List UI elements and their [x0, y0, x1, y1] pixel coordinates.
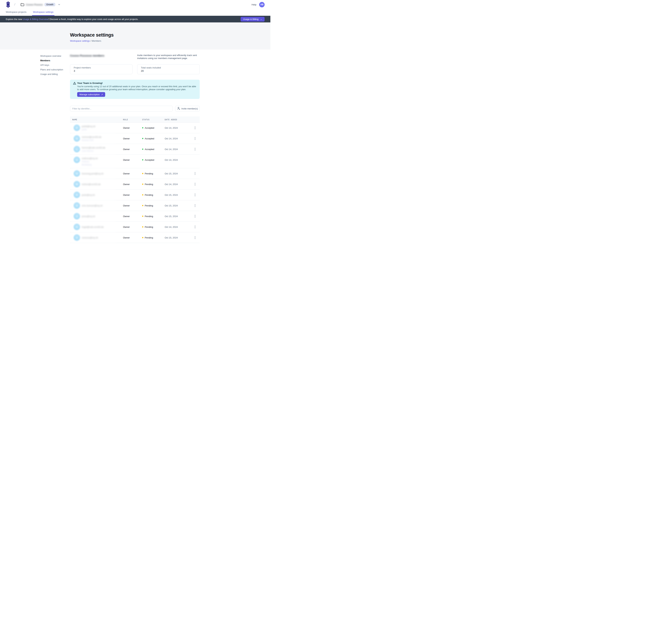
app-logo-icon[interactable] [6, 1, 10, 8]
plan-badge[interactable]: Growth [44, 3, 55, 6]
member-email: xndrxxs@xry.sh [82, 157, 98, 160]
member-avatar: N [74, 135, 80, 142]
row-menu-button[interactable] [194, 203, 196, 208]
member-email: pxxtr@xry.sh [82, 194, 95, 196]
manage-subscription-button[interactable]: Manage subscription ↗ [77, 92, 105, 97]
member-status: Pending [145, 236, 153, 239]
member-avatar: H [74, 170, 80, 177]
member-date-added: Oct 14, 2024 [165, 226, 177, 228]
row-menu-button[interactable] [194, 171, 196, 176]
help-link[interactable]: Help [251, 3, 256, 6]
usage-billing-overview-link[interactable]: Usage & Billing Overview [23, 18, 48, 21]
row-menu-button[interactable] [194, 182, 196, 187]
member-email: vxnxssx@xry.sh [82, 236, 98, 239]
member-role: Owner [123, 194, 130, 196]
member-date-added: Oct 14, 2024 [165, 159, 177, 161]
arrow-right-icon: → [260, 18, 262, 21]
member-date-added: Oct 15, 2024 [165, 215, 177, 218]
folder-icon [21, 3, 24, 6]
member-status-cell: Pending [142, 215, 153, 218]
row-menu-button[interactable] [194, 214, 196, 219]
members-panel: Cxxxxx Pxxxxxxx members Invite members t… [70, 54, 200, 243]
page-header: Workspace settings Workspace settings / … [0, 22, 270, 50]
member-status: Accepted [145, 159, 154, 161]
member-avatar: A [74, 157, 80, 163]
status-dot-icon [142, 205, 143, 206]
member-name-cell: jxnxs@xry.sh [82, 215, 95, 218]
sidebar-item-plans-subscription[interactable]: Plans and subscription [40, 67, 70, 72]
sidebar-item-usage-billing[interactable]: Usage and billing [40, 72, 70, 76]
status-dot-icon [142, 194, 143, 195]
sidebar-item-members[interactable]: Members [40, 58, 70, 63]
member-avatar: P [74, 192, 80, 198]
row-menu-button[interactable] [194, 125, 196, 130]
breadcrumb-separator: / [14, 3, 16, 6]
row-menu-button[interactable] [194, 193, 196, 197]
member-role: Owner [123, 148, 130, 150]
workspace-tabs: Workspace projects Workspace settings [0, 9, 270, 16]
table-row: V vxnxssx@xry.sh Owner Pending Oct 15, 2… [70, 232, 200, 243]
invite-members-button[interactable]: Invite member(s) [175, 106, 200, 112]
alert-title: Your Team is Growing! [77, 82, 196, 85]
row-menu-button[interactable] [194, 136, 196, 141]
member-email: xrnx.txxnsxn@xry.sh [82, 204, 102, 207]
page-title: Workspace settings [70, 32, 270, 38]
member-status-cell: Accepted [142, 126, 154, 129]
table-row: A xndrxxs@xry.sh XndrxxsBxrklxbxrg Owner… [70, 155, 200, 168]
member-role: Owner [123, 159, 130, 161]
member-name-cell: xndrxxs@xry.sh XndrxxsBxrklxbxrg [82, 157, 98, 166]
member-name-cell: pxtrik@xry.sh pxtrik [82, 125, 95, 131]
member-name-cell: vxnxssx@xry.sh [82, 236, 98, 239]
total-seats-count: 20 [141, 70, 196, 72]
tab-workspace-projects[interactable]: Workspace projects [6, 9, 26, 16]
row-menu-button[interactable] [194, 225, 196, 229]
usage-billing-button[interactable]: Usage & Billing→ [241, 17, 265, 22]
usage-billing-banner: Explore the new Usage & Billing Overview… [0, 16, 270, 22]
member-email: hxrrxrx@oob.cxrx53.de [82, 146, 105, 149]
user-avatar[interactable]: AB [259, 2, 265, 7]
breadcrumb-workspace-settings-link[interactable]: Workspace settings [70, 40, 90, 42]
member-email: jxnxs@xry.sh [82, 215, 95, 218]
member-status-cell: Pending [142, 236, 153, 239]
tab-workspace-settings[interactable]: Workspace settings [32, 9, 54, 16]
filter-input[interactable] [70, 106, 173, 112]
member-email: mxhxn@cxrx53.de [82, 183, 101, 186]
logo-glyph-icon [6, 1, 10, 8]
member-status: Accepted [145, 126, 154, 129]
member-date-added: Oct 15, 2024 [165, 172, 177, 175]
row-menu-button[interactable] [194, 235, 196, 240]
member-status: Pending [145, 215, 153, 218]
member-role: Owner [123, 215, 130, 218]
table-row: H hxgxl@oob.cxrx53.de Owner Pending Oct … [70, 221, 200, 232]
member-secondary-name: Nxrmxn C53 [82, 139, 101, 141]
column-header-role: ROLE [123, 119, 128, 121]
table-row: N nxrmxn@cxrx53.de Nxrmxn C53 Owner Acce… [70, 133, 200, 144]
sidebar-item-workspace-overview[interactable]: Workspace overview [40, 54, 70, 58]
status-dot-icon [142, 127, 143, 128]
member-role: Owner [123, 226, 130, 228]
member-secondary-name: pxtrik [82, 128, 95, 131]
member-status-cell: Pending [142, 172, 153, 175]
chevron-down-icon[interactable] [58, 4, 60, 5]
member-status-cell: Pending [142, 183, 153, 186]
stat-card-total-seats: Total seats included 20 [137, 64, 200, 74]
column-header-status: STATUS [142, 119, 150, 121]
row-menu-button[interactable] [194, 147, 196, 151]
member-avatar: M [74, 181, 80, 187]
member-role: Owner [123, 172, 130, 175]
workspace-name[interactable]: Cxxxxx Pxxxxxxx [26, 3, 43, 6]
member-role: Owner [123, 183, 130, 186]
member-name-cell: hxnnxng.pxnt@xry.sh [82, 172, 103, 175]
status-dot-icon [142, 173, 143, 174]
team-growing-alert: Your Team is Growing! You're currently u… [70, 80, 200, 99]
status-dot-icon [142, 159, 143, 161]
sidebar-item-api-keys[interactable]: API keys [40, 63, 70, 67]
member-name-cell: hxgxl@oob.cxrx53.de [82, 226, 103, 228]
member-status: Pending [145, 172, 153, 175]
member-status: Pending [145, 204, 153, 207]
member-status-cell: Accepted [142, 148, 154, 150]
member-avatar: P [74, 125, 80, 131]
member-name-cell: mxhxn@cxrx53.de [82, 183, 101, 186]
member-date-added: Oct 15, 2024 [165, 194, 177, 196]
member-date-added: Oct 14, 2024 [165, 148, 177, 150]
